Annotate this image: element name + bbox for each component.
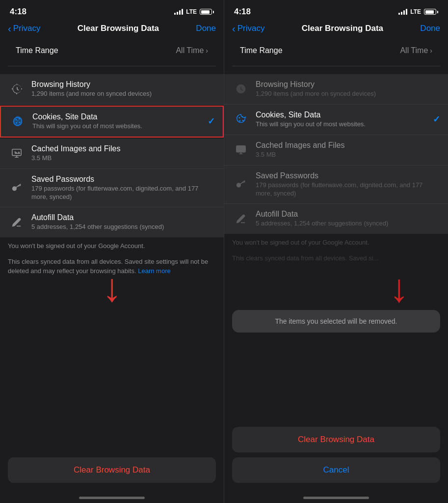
- signal-icon-left: [174, 9, 183, 15]
- cookies-item-right[interactable]: Cookies, Site Data This will sign you ou…: [224, 105, 448, 135]
- footer-text-1-right: You won't be signed out of your Google A…: [224, 234, 448, 250]
- autofill-title-right: Autofill Data: [256, 210, 440, 219]
- cached-content-right: Cached Images and Files 3.5 MB: [256, 141, 440, 159]
- passwords-item-right[interactable]: Saved Passwords 179 passwords (for flutt…: [224, 166, 448, 204]
- passwords-subtitle-right: 179 passwords (for flutterwave.com, dign…: [256, 181, 440, 198]
- left-screen: 4:18 LTE ‹ Privacy Clear Browsing Data D…: [0, 0, 224, 503]
- cookies-title-left: Cookies, Site Data: [32, 112, 208, 121]
- right-screen: 4:18 LTE ‹ Privacy Clear Browsing Data D…: [224, 0, 448, 503]
- cached-item-right[interactable]: Cached Images and Files 3.5 MB: [224, 135, 448, 166]
- cached-content-left: Cached Images and Files 3.5 MB: [31, 144, 216, 163]
- confirm-area: ↓ The items you selected will be removed…: [224, 269, 448, 336]
- cookies-item-left[interactable]: Cookies, Site Data This will sign you ou…: [0, 106, 224, 138]
- page-title-right: Clear Browsing Data: [302, 24, 383, 33]
- status-icons-left: LTE: [174, 8, 214, 15]
- cookies-content-left: Cookies, Site Data This will sign you ou…: [32, 112, 208, 131]
- cached-title-right: Cached Images and Files: [256, 141, 440, 150]
- status-time-right: 4:18: [234, 7, 251, 17]
- browsing-history-subtitle-right: 1,290 items (and more on synced devices): [256, 90, 440, 98]
- browsing-history-content-left: Browsing History 1,290 items (and more o…: [31, 80, 216, 98]
- done-button-right[interactable]: Done: [420, 24, 440, 33]
- cached-title-left: Cached Images and Files: [31, 144, 216, 153]
- autofill-icon-right: [232, 210, 250, 228]
- svg-point-8: [13, 187, 16, 190]
- browsing-history-title-left: Browsing History: [31, 80, 216, 89]
- cached-icon-right: [232, 141, 250, 159]
- time-range-row-left[interactable]: Time Range All Time ›: [8, 39, 216, 62]
- cookie-icon-right: [232, 111, 250, 128]
- clear-button-right[interactable]: Clear Browsing Data: [232, 427, 440, 452]
- status-icons-right: LTE: [398, 8, 438, 15]
- lte-label-right: LTE: [410, 8, 421, 15]
- items-list-right: Browsing History 1,290 items (and more o…: [224, 74, 448, 234]
- svg-line-21: [244, 181, 245, 182]
- cookies-content-right: Cookies, Site Data This will sign you ou…: [256, 111, 433, 129]
- svg-line-22: [243, 182, 244, 183]
- time-range-value-right: All Time ›: [400, 46, 432, 55]
- chevron-left-icon: ‹: [8, 24, 11, 33]
- time-range-row-right[interactable]: Time Range All Time ›: [232, 39, 440, 62]
- confirm-text-right: The items you selected will be removed.: [275, 317, 397, 325]
- cookies-subtitle-left: This will sign you out of most websites.: [32, 122, 208, 131]
- battery-icon-right: [424, 9, 438, 15]
- arrow-container-right: ↓: [224, 269, 448, 308]
- cached-item-left[interactable]: Cached Images and Files 3.5 MB: [0, 139, 224, 169]
- home-indicator-right: [303, 497, 369, 499]
- lte-label-left: LTE: [186, 8, 197, 15]
- time-range-label-right: Time Range: [240, 46, 283, 55]
- footer-text-1-left: You won't be signed out of your Google A…: [0, 237, 224, 253]
- check-icon-cookies-right: ✓: [433, 114, 440, 125]
- bottom-area-left: Clear Browsing Data: [0, 453, 224, 493]
- autofill-icon-left: [8, 214, 26, 231]
- svg-point-15: [239, 120, 240, 122]
- home-indicator-left: [79, 497, 145, 499]
- chevron-left-icon-right: ‹: [232, 24, 236, 33]
- passwords-title-right: Saved Passwords: [256, 171, 440, 180]
- key-icon-left: [8, 179, 26, 197]
- browsing-history-item-right[interactable]: Browsing History 1,290 items (and more o…: [224, 74, 448, 105]
- footer-text-2-right: This clears synced data from all devices…: [224, 250, 448, 265]
- browsing-history-title-right: Browsing History: [256, 80, 440, 89]
- divider-right-1: [232, 66, 440, 66]
- cached-icon-left: [8, 144, 26, 162]
- time-range-text-left: All Time: [176, 46, 204, 55]
- key-icon-right: [232, 176, 250, 194]
- done-button-left[interactable]: Done: [196, 24, 216, 33]
- bottom-area-right: Clear Browsing Data Cancel: [224, 425, 448, 493]
- passwords-item-left[interactable]: Saved Passwords 179 passwords (for flutt…: [0, 169, 224, 208]
- history-icon-right: [232, 80, 250, 98]
- svg-point-12: [238, 117, 240, 119]
- autofill-subtitle-left: 5 addresses, 1,254 other suggestions (sy…: [31, 223, 216, 231]
- passwords-content-left: Saved Passwords 179 passwords (for flutt…: [31, 175, 216, 201]
- signal-icon-right: [398, 9, 407, 15]
- cached-subtitle-right: 3.5 MB: [256, 151, 440, 159]
- arrow-container-left: ↓: [0, 278, 224, 307]
- chevron-right-icon-left: ›: [206, 47, 208, 55]
- cached-subtitle-left: 3.5 MB: [31, 154, 216, 163]
- autofill-content-left: Autofill Data 5 addresses, 1,254 other s…: [31, 213, 216, 231]
- passwords-subtitle-left: 179 passwords (for flutterwave.com, dign…: [31, 185, 216, 201]
- history-icon-left: [8, 80, 26, 98]
- cookies-subtitle-right: This will sign you out of most websites.: [256, 120, 433, 129]
- browsing-history-item-left[interactable]: Browsing History 1,290 items (and more o…: [0, 74, 224, 105]
- time-range-label-left: Time Range: [16, 46, 58, 55]
- nav-bar-left: ‹ Privacy Clear Browsing Data Done: [0, 20, 224, 39]
- browsing-history-subtitle-left: 1,290 items (and more on synced devices): [31, 90, 216, 98]
- autofill-item-left[interactable]: Autofill Data 5 addresses, 1,254 other s…: [0, 207, 224, 237]
- autofill-item-right[interactable]: Autofill Data 5 addresses, 1,254 other s…: [224, 204, 448, 234]
- status-bar-right: 4:18 LTE: [224, 0, 448, 20]
- back-button-left[interactable]: ‹ Privacy: [8, 24, 40, 33]
- divider-left-1: [8, 66, 216, 66]
- svg-point-14: [242, 120, 244, 121]
- nav-bar-right: ‹ Privacy Clear Browsing Data Done: [224, 20, 448, 39]
- time-range-text-right: All Time: [400, 46, 428, 55]
- status-time-left: 4:18: [10, 7, 26, 17]
- clear-button-left[interactable]: Clear Browsing Data: [8, 457, 216, 483]
- cancel-button-right[interactable]: Cancel: [232, 457, 440, 483]
- check-icon-cookies-left: ✓: [208, 116, 215, 127]
- autofill-content-right: Autofill Data 5 addresses, 1,254 other s…: [256, 210, 440, 228]
- cookies-title-right: Cookies, Site Data: [256, 111, 433, 119]
- back-button-right[interactable]: ‹ Privacy: [232, 24, 264, 33]
- learn-more-link-left[interactable]: Learn more: [138, 267, 170, 275]
- autofill-subtitle-right: 5 addresses, 1,254 other suggestions (sy…: [256, 220, 440, 228]
